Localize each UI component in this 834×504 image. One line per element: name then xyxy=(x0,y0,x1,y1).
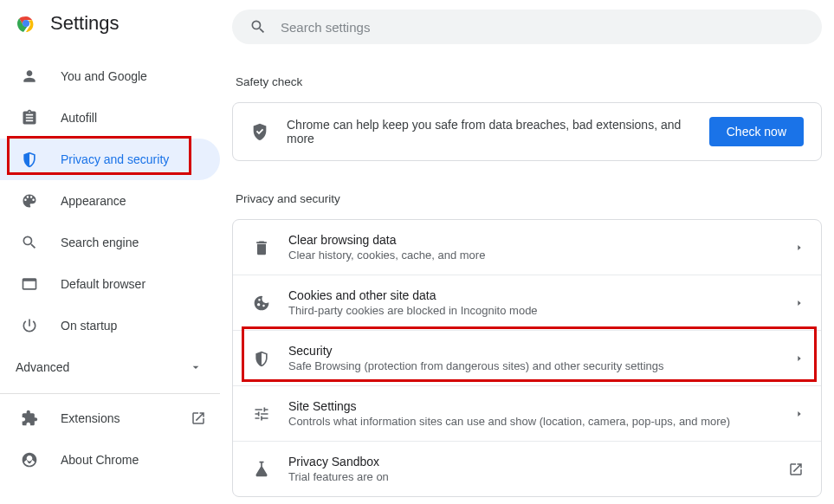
sidebar-item-label: Default browser xyxy=(61,277,145,291)
sidebar-item-extensions[interactable]: Extensions xyxy=(0,397,220,439)
sidebar-item-you-and-google[interactable]: You and Google xyxy=(0,55,220,97)
safety-check-card: Chrome can help keep you safe from data … xyxy=(232,102,822,161)
brand: Settings xyxy=(0,12,220,50)
row-title: Site Settings xyxy=(288,399,778,413)
check-now-button[interactable]: Check now xyxy=(709,117,804,146)
search-input[interactable] xyxy=(281,20,805,35)
sidebar-item-label: Extensions xyxy=(61,411,120,425)
chrome-logo-icon xyxy=(16,13,36,34)
privacy-list: Clear browsing data Clear history, cooki… xyxy=(232,219,822,497)
flask-icon xyxy=(252,461,271,478)
palette-icon xyxy=(21,192,38,210)
sidebar-item-label: Privacy and security xyxy=(61,152,169,166)
shield-icon xyxy=(21,151,38,168)
sidebar-item-label: On startup xyxy=(61,319,117,333)
row-text: Privacy Sandbox Trial features are on xyxy=(288,455,771,483)
shield-check-icon xyxy=(250,122,269,141)
row-title: Privacy Sandbox xyxy=(288,455,771,468)
row-sub: Trial features are on xyxy=(288,470,771,483)
browser-icon xyxy=(21,275,38,293)
sidebar-item-search-engine[interactable]: Search engine xyxy=(0,222,220,263)
row-sub: Controls what information sites can use … xyxy=(288,415,778,428)
sidebar-item-label: You and Google xyxy=(61,69,147,83)
search-icon xyxy=(21,234,38,251)
sidebar-item-about-chrome[interactable]: About Chrome xyxy=(0,439,220,481)
row-title: Clear browsing data xyxy=(288,233,778,247)
tune-icon xyxy=(252,405,271,423)
trash-icon xyxy=(252,239,271,256)
search-icon xyxy=(249,18,267,36)
sidebar-item-label: Appearance xyxy=(61,194,126,208)
advanced-toggle[interactable]: Advanced xyxy=(0,346,220,388)
shield-icon xyxy=(252,350,271,367)
cookie-icon xyxy=(252,294,271,312)
row-sub: Third-party cookies are blocked in Incog… xyxy=(288,304,778,317)
row-title: Cookies and other site data xyxy=(288,288,778,302)
page-title: Settings xyxy=(50,12,120,35)
sidebar-item-label: Search engine xyxy=(61,236,139,249)
row-security[interactable]: Security Safe Browsing (protection from … xyxy=(233,330,821,385)
chevron-right-icon xyxy=(795,243,804,252)
sidebar-item-autofill[interactable]: Autofill xyxy=(0,97,220,139)
person-icon xyxy=(21,68,38,85)
sidebar-item-default-browser[interactable]: Default browser xyxy=(0,263,220,305)
extension-icon xyxy=(21,410,38,427)
main: Safety check Chrome can help keep you sa… xyxy=(220,0,834,504)
sidebar: Settings You and Google Autofill Privacy… xyxy=(0,0,220,504)
row-privacy-sandbox[interactable]: Privacy Sandbox Trial features are on xyxy=(233,441,821,496)
search-bar[interactable] xyxy=(232,10,822,44)
divider xyxy=(0,393,220,394)
sidebar-item-appearance[interactable]: Appearance xyxy=(0,180,220,222)
safety-check-heading: Safety check xyxy=(236,75,822,88)
clipboard-icon xyxy=(21,109,38,126)
chrome-outline-icon xyxy=(21,451,38,468)
row-text: Cookies and other site data Third-party … xyxy=(288,288,778,317)
open-in-new-icon xyxy=(191,410,206,426)
chevron-right-icon xyxy=(795,410,804,418)
row-cookies[interactable]: Cookies and other site data Third-party … xyxy=(233,275,821,330)
row-site-settings[interactable]: Site Settings Controls what information … xyxy=(233,385,821,441)
privacy-heading: Privacy and security xyxy=(236,192,822,205)
sidebar-item-label: About Chrome xyxy=(61,453,139,467)
sidebar-item-on-startup[interactable]: On startup xyxy=(0,305,220,346)
open-in-new-icon xyxy=(788,462,804,477)
chevron-right-icon xyxy=(795,354,804,363)
chevron-right-icon xyxy=(795,299,804,307)
advanced-label: Advanced xyxy=(16,360,69,374)
power-icon xyxy=(21,317,38,334)
row-clear-browsing-data[interactable]: Clear browsing data Clear history, cooki… xyxy=(233,220,821,275)
row-title: Security xyxy=(288,344,778,358)
row-text: Site Settings Controls what information … xyxy=(288,399,778,428)
row-text: Clear browsing data Clear history, cooki… xyxy=(288,233,778,262)
nav: You and Google Autofill Privacy and secu… xyxy=(0,50,220,346)
row-text: Security Safe Browsing (protection from … xyxy=(288,344,778,372)
sidebar-item-label: Autofill xyxy=(61,111,97,125)
row-sub: Safe Browsing (protection from dangerous… xyxy=(288,359,778,372)
sidebar-item-privacy-security[interactable]: Privacy and security xyxy=(0,139,220,180)
row-sub: Clear history, cookies, cache, and more xyxy=(288,249,778,262)
chevron-down-icon xyxy=(189,360,203,374)
safety-check-text: Chrome can help keep you safe from data … xyxy=(287,118,692,145)
